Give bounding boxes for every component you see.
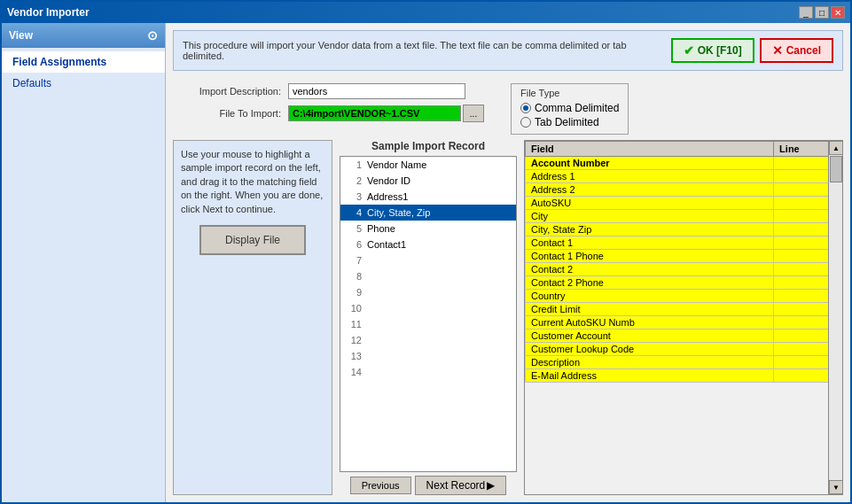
list-item[interactable]: 14 bbox=[340, 364, 516, 380]
table-row[interactable]: Address 13 bbox=[526, 170, 842, 183]
scroll-up-arrow[interactable]: ▲ bbox=[829, 141, 843, 155]
list-item[interactable]: 10 bbox=[340, 300, 516, 316]
field-cell: Customer Lookup Code bbox=[526, 343, 774, 356]
tab-delimited-radio[interactable] bbox=[520, 117, 531, 128]
table-row[interactable]: City0 bbox=[526, 210, 842, 223]
import-description-input[interactable] bbox=[288, 83, 465, 99]
browse-button[interactable]: ... bbox=[463, 105, 484, 122]
field-cell: Address 1 bbox=[526, 170, 774, 183]
list-item[interactable]: 12 bbox=[340, 332, 516, 348]
field-cell: AutoSKU bbox=[526, 197, 774, 210]
sidebar-collapse-icon: ⊙ bbox=[147, 28, 158, 43]
row-num: 8 bbox=[344, 271, 362, 282]
scroll-left-arrow[interactable]: ◄ bbox=[340, 472, 355, 473]
row-num: 7 bbox=[344, 255, 362, 266]
file-to-import-input[interactable] bbox=[288, 105, 461, 121]
field-cell: Country bbox=[526, 290, 774, 303]
list-item[interactable]: 5Phone bbox=[340, 221, 516, 236]
comma-delimited-option[interactable]: Comma Delimited bbox=[520, 102, 619, 114]
table-row[interactable]: Address 20 bbox=[526, 183, 842, 197]
row-num: 13 bbox=[344, 351, 362, 361]
table-row[interactable]: Current AutoSKU Numb0 bbox=[526, 316, 842, 330]
ok-icon: ✔ bbox=[684, 43, 694, 58]
display-file-button[interactable]: Display File bbox=[199, 225, 306, 255]
sidebar-item-field-assignments[interactable]: Field Assignments bbox=[2, 51, 165, 73]
sample-horizontal-scrollbar[interactable]: ◄ ► bbox=[340, 471, 516, 472]
cancel-icon: ✕ bbox=[772, 43, 783, 58]
field-table-area: Field Line Account Number0Address 13Addr… bbox=[524, 140, 843, 495]
row-num: 5 bbox=[344, 223, 362, 234]
table-row[interactable]: Account Number0 bbox=[526, 157, 842, 170]
scroll-track[interactable] bbox=[829, 155, 842, 480]
field-cell: Account Number bbox=[526, 157, 774, 170]
list-item[interactable]: 3Address1 bbox=[340, 189, 516, 205]
list-item[interactable]: 8 bbox=[340, 268, 516, 284]
scroll-down-arrow[interactable]: ▼ bbox=[829, 480, 843, 494]
table-row[interactable]: Contact 20 bbox=[526, 263, 842, 276]
field-cell: City, State Zip bbox=[526, 223, 774, 236]
table-row[interactable]: Customer Account0 bbox=[526, 330, 842, 343]
table-row[interactable]: Contact 2 Phone0 bbox=[526, 276, 842, 290]
row-num: 9 bbox=[344, 287, 362, 298]
sidebar-item-defaults[interactable]: Defaults bbox=[2, 73, 165, 94]
work-area: Use your mouse to highlight a sample imp… bbox=[173, 140, 843, 495]
list-item[interactable]: 6Contact1 bbox=[340, 236, 516, 252]
tab-delimited-option[interactable]: Tab Delimited bbox=[520, 116, 619, 128]
table-row[interactable]: City, State Zip4 bbox=[526, 223, 842, 236]
import-description-label: Import Description: bbox=[182, 86, 288, 97]
row-num: 11 bbox=[344, 319, 362, 330]
scroll-thumb[interactable] bbox=[830, 156, 842, 182]
top-bar-text: This procedure will import your Vendor d… bbox=[183, 40, 671, 61]
sidebar-header-label: View bbox=[9, 29, 33, 42]
table-row[interactable]: Contact 1 Phone5 bbox=[526, 250, 842, 263]
row-text: Contact1 bbox=[367, 239, 406, 250]
field-cell: E-Mail Address bbox=[526, 369, 774, 383]
table-row[interactable]: Description0 bbox=[526, 356, 842, 369]
field-table-scroll[interactable]: Field Line Account Number0Address 13Addr… bbox=[525, 141, 842, 494]
sidebar-header[interactable]: View ⊙ bbox=[2, 23, 165, 48]
list-item[interactable]: 11 bbox=[340, 316, 516, 332]
scroll-right-arrow[interactable]: ► bbox=[502, 472, 516, 473]
close-button[interactable]: ✕ bbox=[831, 6, 845, 19]
maximize-button[interactable]: □ bbox=[815, 6, 829, 19]
cancel-button[interactable]: ✕ Cancel bbox=[760, 38, 833, 63]
form-fields-col: Import Description: File To Import: ... bbox=[182, 83, 484, 128]
list-item[interactable]: 2Vendor ID bbox=[340, 173, 516, 189]
list-item[interactable]: 7 bbox=[340, 252, 516, 268]
instructions-text: Use your mouse to highlight a sample imp… bbox=[181, 148, 324, 216]
field-cell: Contact 2 Phone bbox=[526, 276, 774, 290]
ok-button[interactable]: ✔ OK [F10] bbox=[671, 38, 754, 63]
previous-button[interactable]: Previous bbox=[350, 477, 411, 494]
comma-delimited-radio[interactable] bbox=[520, 103, 531, 113]
sample-list[interactable]: 1Vendor Name2Vendor ID3Address14City, St… bbox=[340, 157, 516, 471]
list-item[interactable]: 9 bbox=[340, 284, 516, 300]
field-cell: Current AutoSKU Numb bbox=[526, 316, 774, 330]
field-cell: Credit Limit bbox=[526, 303, 774, 316]
sidebar-items: Field Assignments Defaults bbox=[2, 48, 165, 97]
list-item[interactable]: 13 bbox=[340, 348, 516, 364]
minimize-button[interactable]: _ bbox=[799, 6, 813, 19]
form-top-row: Import Description: File To Import: ... … bbox=[182, 83, 834, 135]
file-to-import-row: File To Import: ... bbox=[182, 105, 484, 122]
field-cell: Address 2 bbox=[526, 183, 774, 197]
field-table-scrollbar[interactable]: ▲ ▼ bbox=[828, 141, 842, 494]
table-row[interactable]: Credit Limit0 bbox=[526, 303, 842, 316]
next-record-label: Next Record bbox=[426, 479, 486, 492]
file-to-import-label: File To Import: bbox=[182, 108, 288, 119]
tab-delimited-label: Tab Delimited bbox=[535, 116, 599, 128]
horiz-scroll-track[interactable] bbox=[355, 472, 502, 473]
row-num: 10 bbox=[344, 303, 362, 314]
table-row[interactable]: Country0 bbox=[526, 290, 842, 303]
next-record-button[interactable]: Next Record ▶ bbox=[415, 476, 507, 495]
list-item[interactable]: 1Vendor Name bbox=[340, 157, 516, 173]
table-row[interactable]: E-Mail Address0 bbox=[526, 369, 842, 383]
field-table-container: Field Line Account Number0Address 13Addr… bbox=[524, 140, 843, 495]
sidebar: View ⊙ Field Assignments Defaults bbox=[2, 23, 166, 502]
list-item[interactable]: 4City, State, Zip bbox=[340, 205, 516, 221]
row-text: Vendor ID bbox=[367, 175, 410, 186]
table-row[interactable]: AutoSKU0 bbox=[526, 197, 842, 210]
table-row[interactable]: Contact 16 bbox=[526, 236, 842, 250]
main-area: This procedure will import your Vendor d… bbox=[166, 23, 850, 502]
field-cell: Contact 1 Phone bbox=[526, 250, 774, 263]
table-row[interactable]: Customer Lookup Code0 bbox=[526, 343, 842, 356]
